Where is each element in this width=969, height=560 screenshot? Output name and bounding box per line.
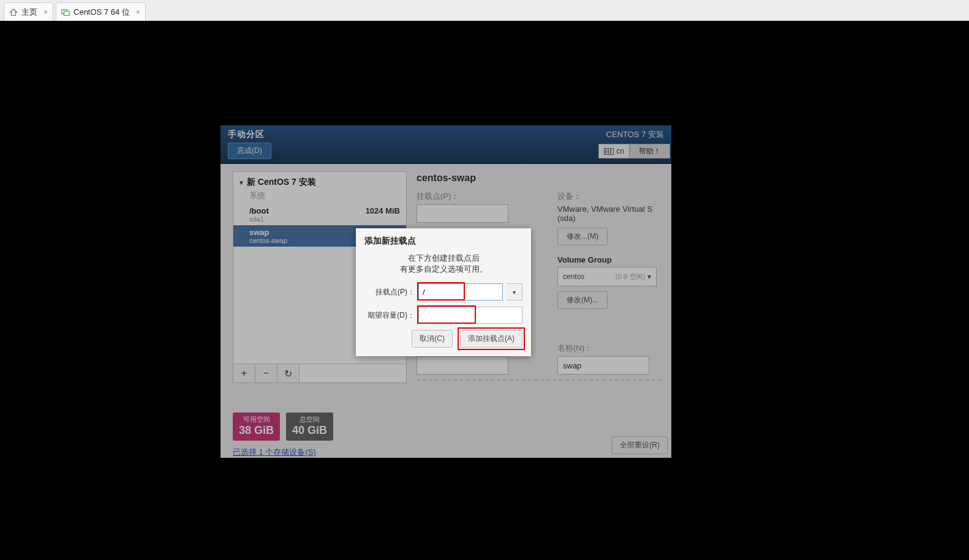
home-icon bbox=[9, 8, 18, 17]
tab-home[interactable]: 主页 × bbox=[4, 2, 53, 21]
close-icon[interactable]: × bbox=[43, 8, 48, 17]
vm-icon bbox=[61, 8, 70, 17]
tab-home-label: 主页 bbox=[21, 7, 37, 18]
cancel-button[interactable]: 取消(C) bbox=[412, 330, 453, 348]
add-mountpoint-dialog: 添加新挂载点 在下方创建挂载点后有更多自定义选项可用。 挂载点(P)： ▾ 期望… bbox=[356, 228, 531, 356]
tab-bar: 主页 × CentOS 7 64 位 × bbox=[0, 0, 969, 21]
dialog-title: 添加新挂载点 bbox=[364, 236, 522, 247]
svg-rect-1 bbox=[64, 11, 69, 15]
add-mountpoint-button[interactable]: 添加挂载点(A) bbox=[460, 330, 522, 348]
dialog-mount-label: 挂载点(P)： bbox=[364, 287, 415, 297]
mount-dropdown-button[interactable]: ▾ bbox=[507, 283, 522, 301]
close-icon[interactable]: × bbox=[136, 8, 140, 17]
tab-vm[interactable]: CentOS 7 64 位 × bbox=[56, 2, 146, 21]
dialog-description: 在下方创建挂载点后有更多自定义选项可用。 bbox=[364, 253, 522, 275]
dialog-capacity-input[interactable] bbox=[418, 307, 522, 324]
dialog-capacity-label: 期望容量(D)： bbox=[364, 310, 415, 321]
tab-vm-label: CentOS 7 64 位 bbox=[74, 7, 130, 18]
vm-viewport: 手动分区 完成(D) CENTOS 7 安装 cn 帮助！ bbox=[0, 21, 969, 560]
dialog-mount-input[interactable] bbox=[418, 283, 503, 301]
